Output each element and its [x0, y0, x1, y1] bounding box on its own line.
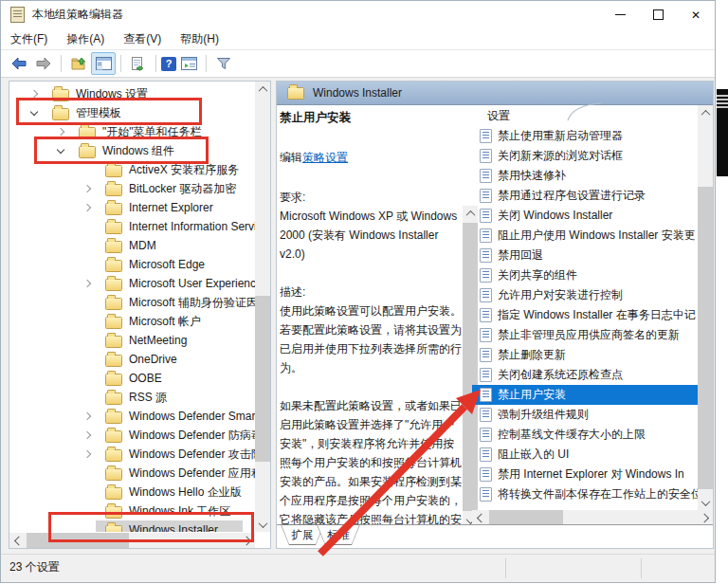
scroll-up-icon[interactable]: [698, 105, 713, 120]
scroll-right-icon[interactable]: [698, 510, 713, 525]
tree-item[interactable]: NetMeeting: [10, 331, 255, 350]
scroll-up-icon[interactable]: [255, 82, 270, 97]
setting-item[interactable]: 禁止用户安装: [472, 385, 698, 405]
menu-file[interactable]: 文件(F): [1, 28, 57, 50]
tree-item[interactable]: Windows Defender SmartSc: [10, 407, 255, 426]
tree-item[interactable]: OOBE: [10, 369, 255, 388]
setting-item[interactable]: 关闭 Windows Installer: [472, 206, 698, 226]
results-header: Windows Installer: [277, 82, 713, 105]
tree-item[interactable]: Microsoft Edge: [10, 255, 255, 274]
setting-item[interactable]: 指定 Windows Installer 在事务日志中记: [472, 305, 698, 325]
policy-settings-link[interactable]: 策略设置: [302, 151, 348, 164]
tree-item[interactable]: MDM: [10, 236, 255, 255]
tree-item[interactable]: "开始"菜单和任务栏: [10, 122, 255, 141]
tree-item[interactable]: Microsoft User Experience: [10, 274, 255, 293]
filter-icon[interactable]: [211, 52, 236, 75]
chevron-right-icon[interactable]: [79, 180, 96, 197]
chevron-down-icon[interactable]: [52, 142, 69, 159]
setting-item-label: 禁止删除更新: [498, 347, 566, 363]
setting-item[interactable]: 将转换文件副本保存在工作站上的安全位: [472, 484, 698, 504]
tree-item[interactable]: ActiveX 安装程序服务: [10, 160, 255, 179]
tree-item[interactable]: Windows 组件: [10, 141, 255, 160]
setting-item[interactable]: 禁用通过程序包设置进行记录: [472, 186, 698, 206]
chevron-right-icon[interactable]: [52, 123, 69, 140]
tree-item[interactable]: Windows Installer: [10, 520, 255, 532]
chevron-right-icon[interactable]: [79, 199, 96, 216]
chevron-right-icon[interactable]: [79, 408, 96, 425]
tree-item[interactable]: Internet Information Service: [10, 217, 255, 236]
chevron-right-icon[interactable]: [79, 427, 96, 444]
setting-item[interactable]: 禁用快速修补: [472, 166, 698, 186]
tree-item[interactable]: Windows Ink 工作区: [10, 502, 255, 520]
policy-icon: [480, 169, 492, 183]
setting-item[interactable]: 禁用回退: [472, 246, 698, 265]
forward-icon[interactable]: [31, 52, 56, 75]
tree-horizontal-scrollbar[interactable]: [9, 533, 255, 548]
paragraph-gap: [280, 264, 464, 283]
setting-item[interactable]: 强制升级组件规则: [472, 405, 698, 425]
minimize-button[interactable]: [601, 1, 639, 28]
setting-item[interactable]: 关闭创建系统还原检查点: [472, 365, 698, 385]
tree-item-content: Microsoft 辅助身份验证因素: [96, 293, 255, 312]
setting-item[interactable]: 阻止嵌入的 UI: [472, 445, 698, 465]
export-list-icon[interactable]: [126, 52, 151, 75]
tree-item[interactable]: Windows 设置: [10, 84, 255, 103]
menu-view[interactable]: 查看(V): [114, 28, 171, 50]
extended-view-icon[interactable]: [176, 52, 201, 75]
folder-icon: [287, 87, 304, 100]
menu-help[interactable]: 帮助(H): [171, 28, 228, 50]
tree-item[interactable]: Windows Hello 企业版: [10, 483, 255, 502]
up-folder-icon[interactable]: [66, 52, 91, 75]
tree-item[interactable]: 管理模板: [10, 103, 255, 122]
list-vertical-scrollbar[interactable]: [698, 105, 713, 510]
tree: Windows 设置管理模板"开始"菜单和任务栏Windows 组件Active…: [10, 82, 255, 532]
list-horizontal-scrollbar[interactable]: [472, 510, 713, 525]
scroll-down-icon[interactable]: [698, 495, 713, 510]
console-tree-toggle-icon[interactable]: [91, 52, 116, 75]
scroll-left-icon[interactable]: [472, 510, 487, 525]
close-button[interactable]: ✕: [677, 1, 715, 28]
back-icon[interactable]: [7, 52, 31, 75]
tree-item[interactable]: Windows Defender 攻击防护: [10, 445, 255, 464]
tree-item[interactable]: Microsoft 辅助身份验证因素: [10, 293, 255, 312]
tree-vertical-scrollbar[interactable]: [255, 82, 270, 532]
menu-action[interactable]: 操作(A): [57, 28, 114, 50]
tree-item[interactable]: BitLocker 驱动器加密: [10, 179, 255, 198]
setting-item[interactable]: 禁止删除更新: [472, 345, 698, 365]
scroll-right-icon[interactable]: [240, 533, 255, 548]
chevron-down-icon[interactable]: [26, 104, 43, 121]
tree-item[interactable]: OneDrive: [10, 350, 255, 369]
setting-item[interactable]: 禁用 Internet Explorer 对 Windows In: [472, 465, 698, 484]
tree-item[interactable]: Windows Defender 应用程序: [10, 464, 255, 483]
setting-item[interactable]: 禁止使用重新启动管理器: [472, 126, 698, 146]
setting-item-label: 控制基线文件缓存大小的上限: [498, 427, 646, 443]
help-icon[interactable]: ?: [161, 57, 176, 71]
setting-item[interactable]: 允许用户对安装进行控制: [472, 285, 698, 305]
chevron-right-icon[interactable]: [79, 275, 96, 292]
tree-item[interactable]: RSS 源: [10, 388, 255, 407]
tree-item[interactable]: Microsoft 帐户: [10, 312, 255, 331]
maximize-button[interactable]: [639, 1, 677, 28]
scrollbar-thumb[interactable]: [489, 510, 563, 525]
folder-icon: [105, 506, 122, 519]
setting-item[interactable]: 关闭共享的组件: [472, 265, 698, 285]
tree-item-content: Microsoft User Experience: [96, 274, 255, 293]
toolbar-separator: [155, 55, 156, 72]
scrollbar-thumb[interactable]: [27, 533, 129, 548]
folder-icon: [52, 89, 69, 101]
tree-item[interactable]: Internet Explorer: [10, 198, 255, 217]
scroll-left-icon[interactable]: [9, 533, 25, 548]
scroll-down-icon[interactable]: [255, 517, 270, 532]
scrollbar-thumb[interactable]: [698, 187, 713, 489]
scrollbar-thumb[interactable]: [255, 296, 270, 462]
setting-item[interactable]: 关闭新来源的浏览对话框: [472, 146, 698, 166]
setting-item[interactable]: 禁止非管理员应用供应商签名的更新: [472, 325, 698, 345]
chevron-right-icon[interactable]: [26, 85, 43, 102]
settings-column-header[interactable]: 设置: [472, 105, 698, 126]
tab-standard[interactable]: 标准: [317, 524, 360, 545]
chevron-right-icon[interactable]: [79, 446, 96, 463]
setting-item[interactable]: 阻止用户使用 Windows Installer 安装更: [472, 226, 698, 246]
setting-item[interactable]: 控制基线文件缓存大小的上限: [472, 425, 698, 445]
policy-icon: [480, 447, 492, 462]
tree-item[interactable]: Windows Defender 防病毒程: [10, 426, 255, 445]
